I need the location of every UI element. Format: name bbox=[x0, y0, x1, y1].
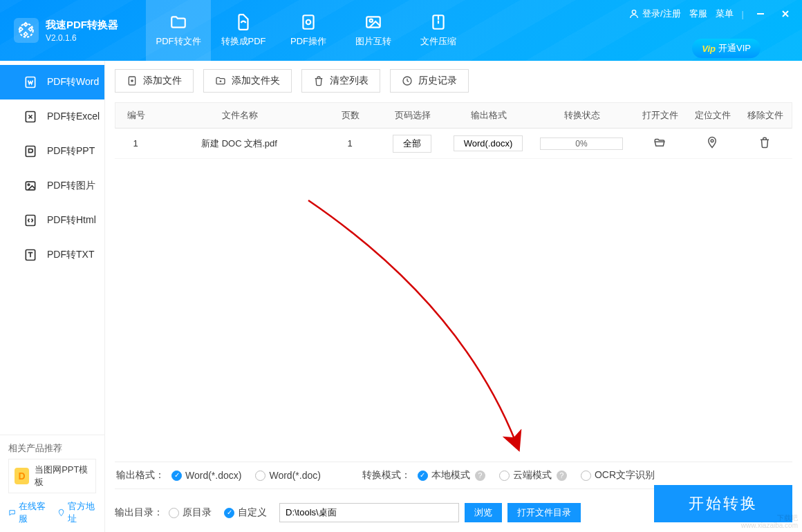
col-pages: 页数 bbox=[323, 109, 378, 122]
pdf-icon bbox=[234, 13, 252, 31]
help-icon[interactable]: ? bbox=[475, 471, 485, 481]
grid-header: 编号 文件名称 页数 页码选择 输出格式 转换状态 打开文件 定位文件 移除文件 bbox=[115, 102, 792, 129]
page-select-button[interactable]: 全部 bbox=[393, 135, 431, 153]
svg-point-11 bbox=[28, 184, 30, 186]
gear-doc-icon bbox=[299, 13, 317, 31]
pin-icon bbox=[706, 136, 718, 149]
picture-icon bbox=[24, 179, 37, 193]
tab-to-pdf[interactable]: 转换成PDF bbox=[211, 0, 276, 61]
annotation-arrow-icon bbox=[281, 187, 530, 463]
official-site-link[interactable]: 官方地址 bbox=[57, 500, 97, 525]
svg-rect-10 bbox=[26, 182, 35, 190]
radio-orig-dir[interactable]: 原目录 bbox=[169, 506, 212, 519]
trash-icon bbox=[313, 75, 324, 86]
browse-button[interactable]: 浏览 bbox=[465, 503, 502, 522]
login-link[interactable]: 登录/注册 bbox=[628, 8, 681, 20]
table-row: 1 新建 DOC 文档.pdf 1 全部 Word(.docx) 0% bbox=[115, 129, 792, 159]
minimize-button[interactable] bbox=[752, 6, 769, 22]
output-path-input[interactable] bbox=[279, 503, 459, 522]
radio-docx[interactable]: Word(*.docx) bbox=[171, 470, 241, 481]
promo-ppt-template[interactable]: D 当图网PPT模板 bbox=[8, 459, 96, 493]
add-file-button[interactable]: 添加文件 bbox=[115, 69, 194, 93]
tab-image-convert[interactable]: 图片互转 bbox=[341, 0, 406, 61]
col-page-sel: 页码选择 bbox=[378, 109, 447, 122]
close-button[interactable] bbox=[777, 6, 794, 22]
remove-file-button[interactable] bbox=[758, 136, 771, 149]
format-select-button[interactable]: Word(.docx) bbox=[454, 135, 523, 151]
support-link[interactable]: 客服 bbox=[689, 8, 707, 20]
progress-bar: 0% bbox=[540, 137, 623, 150]
radio-cloud-mode[interactable]: 云端模式? bbox=[499, 469, 567, 482]
menu-link[interactable]: 菜单 bbox=[716, 8, 734, 20]
locate-file-button[interactable] bbox=[706, 136, 718, 149]
svg-point-6 bbox=[632, 10, 635, 14]
cell-name: 新建 DOC 文档.pdf bbox=[156, 137, 322, 150]
app-header: 我速PDF转换器 V2.0.1.6 PDF转文件 转换成PDF PDF操作 图片… bbox=[0, 0, 802, 61]
out-format-label: 输出格式： bbox=[116, 469, 165, 482]
svg-rect-3 bbox=[366, 17, 380, 27]
file-plus-icon bbox=[127, 75, 138, 86]
app-title: 我速PDF转换器 bbox=[46, 19, 118, 32]
col-status: 转换状态 bbox=[530, 109, 634, 122]
app-logo-icon bbox=[14, 18, 39, 43]
sidebar-item-txt[interactable]: PDF转TXT bbox=[0, 238, 104, 272]
open-file-button[interactable] bbox=[653, 136, 666, 149]
radio-custom-dir[interactable]: 自定义 bbox=[224, 506, 267, 519]
vip-badge[interactable]: Vip 开通VIP bbox=[692, 39, 761, 58]
online-support-link[interactable]: 在线客服 bbox=[8, 500, 48, 525]
clear-list-button[interactable]: 清空列表 bbox=[301, 69, 380, 93]
location-icon bbox=[57, 508, 65, 517]
vip-icon: Vip bbox=[702, 44, 716, 54]
related-title: 相关产品推荐 bbox=[8, 442, 96, 455]
excel-icon bbox=[24, 110, 37, 124]
user-icon bbox=[628, 8, 640, 19]
radio-ocr-mode[interactable]: OCR文字识别 bbox=[581, 469, 655, 482]
sidebar-item-image[interactable]: PDF转图片 bbox=[0, 169, 104, 203]
start-convert-button[interactable]: 开始转换 bbox=[654, 485, 792, 522]
open-dir-button[interactable]: 打开文件目录 bbox=[507, 503, 581, 522]
add-folder-button[interactable]: 添加文件夹 bbox=[203, 69, 292, 93]
svg-rect-1 bbox=[303, 15, 313, 29]
ppt-icon bbox=[24, 144, 37, 158]
sidebar-item-html[interactable]: PDF转Html bbox=[0, 203, 104, 238]
col-remove: 移除文件 bbox=[739, 109, 792, 122]
radio-doc[interactable]: Word(*.doc) bbox=[255, 470, 320, 481]
word-icon bbox=[24, 75, 37, 89]
html-icon bbox=[24, 213, 37, 227]
col-locate: 定位文件 bbox=[687, 109, 739, 122]
mode-label: 转换模式： bbox=[362, 469, 411, 482]
svg-point-16 bbox=[711, 140, 714, 142]
folder-open-icon bbox=[653, 136, 666, 149]
toolbar: 添加文件 添加文件夹 清空列表 历史记录 bbox=[115, 69, 792, 93]
sidebar-item-excel[interactable]: PDF转Excel bbox=[0, 99, 104, 134]
folder-icon bbox=[169, 13, 187, 31]
logo-block: 我速PDF转换器 V2.0.1.6 bbox=[0, 0, 132, 61]
cell-pages: 1 bbox=[322, 138, 377, 149]
col-format: 输出格式 bbox=[447, 109, 530, 122]
svg-rect-12 bbox=[26, 216, 35, 226]
tab-pdf-to-file[interactable]: PDF转文件 bbox=[146, 0, 211, 61]
sidebar-item-word[interactable]: PDF转Word bbox=[0, 65, 104, 99]
chat-icon bbox=[8, 508, 16, 517]
delete-icon bbox=[758, 136, 771, 149]
tab-pdf-ops[interactable]: PDF操作 bbox=[276, 0, 341, 61]
txt-icon bbox=[24, 248, 37, 262]
sidebar: PDF转Word PDF转Excel PDF转PPT PDF转图片 PDF转Ht… bbox=[0, 61, 105, 532]
promo-icon: D bbox=[15, 468, 29, 484]
app-version: V2.0.1.6 bbox=[46, 33, 118, 43]
radio-local-mode[interactable]: 本地模式? bbox=[418, 469, 485, 482]
main-panel: 添加文件 添加文件夹 清空列表 历史记录 编号 文件名称 页数 页码选择 输出格… bbox=[105, 61, 802, 532]
folder-plus-icon bbox=[215, 75, 226, 86]
svg-point-2 bbox=[306, 20, 311, 25]
help-icon[interactable]: ? bbox=[557, 471, 567, 481]
clock-icon bbox=[402, 75, 413, 86]
col-num: 编号 bbox=[115, 109, 157, 122]
cell-num: 1 bbox=[115, 138, 156, 149]
history-button[interactable]: 历史记录 bbox=[390, 69, 469, 93]
tab-compress[interactable]: 文件压缩 bbox=[406, 0, 471, 61]
image-icon bbox=[364, 13, 382, 31]
sidebar-item-ppt[interactable]: PDF转PPT bbox=[0, 134, 104, 169]
col-name: 文件名称 bbox=[157, 109, 323, 122]
header-right: 登录/注册 客服 菜单 | bbox=[628, 6, 794, 22]
svg-point-4 bbox=[370, 19, 373, 22]
